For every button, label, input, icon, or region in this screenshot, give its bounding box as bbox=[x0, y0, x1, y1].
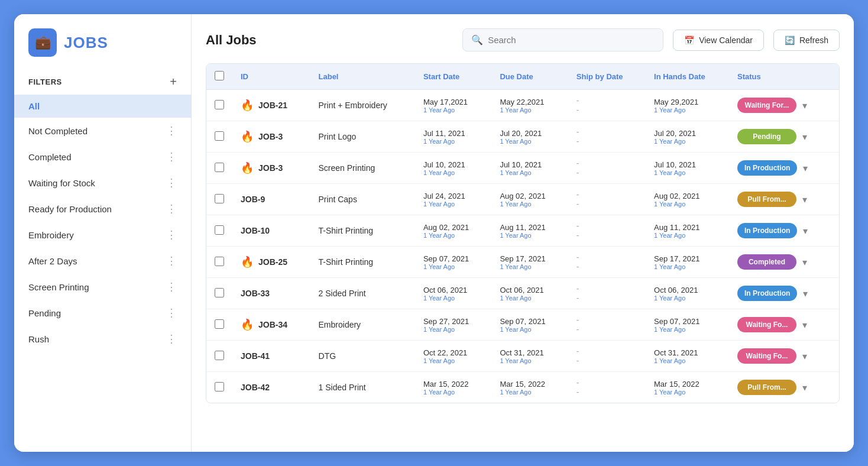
col-due-date: Due Date bbox=[491, 64, 568, 90]
table-row: 🔥 JOB-3 Screen Printing Jul 10, 2021 1 Y… bbox=[206, 153, 839, 184]
row-due-date-cell: Oct 31, 2021 1 Year Ago bbox=[491, 341, 568, 372]
view-calendar-label: View Calendar bbox=[699, 35, 753, 45]
search-input[interactable] bbox=[488, 35, 655, 45]
row-ship-date-cell: - - bbox=[568, 184, 646, 215]
sidebar-item-ready-for-production[interactable]: Ready for Production ⋮ bbox=[14, 196, 191, 222]
row-ship-date-cell: - - bbox=[568, 278, 646, 309]
row-hands-date-cell: May 29,2021 1 Year Ago bbox=[646, 90, 729, 121]
col-checkbox bbox=[206, 64, 232, 90]
table-row: 🔥 JOB-21 Print + Embroidery May 17,2021 … bbox=[206, 90, 839, 121]
status-chevron-button[interactable]: ▾ bbox=[801, 160, 810, 176]
sidebar-item-completed[interactable]: Completed ⋮ bbox=[14, 144, 191, 170]
job-id-label: JOB-10 bbox=[241, 226, 270, 235]
sidebar-item-pending[interactable]: Pending ⋮ bbox=[14, 300, 191, 326]
row-checkbox-3[interactable] bbox=[215, 194, 224, 203]
row-checkbox-8[interactable] bbox=[215, 351, 224, 360]
jobs-table: ID Label Start Date Due Date Ship by Dat… bbox=[206, 64, 839, 403]
status-chevron-button[interactable]: ▾ bbox=[800, 380, 809, 396]
row-hands-date-cell: Sep 07, 2021 1 Year Ago bbox=[646, 309, 729, 341]
row-checkbox-0[interactable] bbox=[215, 100, 224, 109]
row-id-cell: JOB-42 bbox=[232, 372, 310, 403]
row-start-date-cell: Aug 02, 2021 1 Year Ago bbox=[415, 215, 491, 247]
row-id-cell: 🔥 JOB-34 bbox=[232, 309, 310, 341]
status-badge: Waiting Fo... bbox=[737, 348, 796, 364]
sidebar-item-menu-icon[interactable]: ⋮ bbox=[166, 332, 177, 345]
status-chevron-button[interactable]: ▾ bbox=[800, 98, 809, 114]
row-checkbox-2[interactable] bbox=[215, 163, 224, 172]
status-chevron-button[interactable]: ▾ bbox=[801, 223, 810, 239]
row-checkbox-6[interactable] bbox=[215, 288, 224, 297]
status-chevron-button[interactable]: ▾ bbox=[800, 254, 809, 270]
sidebar-item-menu-icon[interactable]: ⋮ bbox=[166, 176, 177, 189]
row-checkbox-4[interactable] bbox=[215, 225, 224, 235]
row-status-cell: Waiting Fo... ▾ bbox=[729, 341, 839, 372]
col-status: Status bbox=[729, 64, 839, 90]
row-id-cell: 🔥 JOB-25 bbox=[232, 247, 310, 278]
status-chevron-button[interactable]: ▾ bbox=[800, 129, 809, 145]
row-checkbox-5[interactable] bbox=[215, 257, 224, 266]
row-start-date-cell: Mar 15, 2022 1 Year Ago bbox=[415, 372, 491, 403]
row-due-date-cell: May 22,2021 1 Year Ago bbox=[491, 90, 568, 121]
sidebar-item-not-completed[interactable]: Not Completed ⋮ bbox=[14, 118, 191, 144]
row-checkbox-cell bbox=[206, 153, 232, 184]
sidebar-item-menu-icon[interactable]: ⋮ bbox=[166, 280, 177, 293]
row-due-date-cell: Aug 11, 2021 1 Year Ago bbox=[491, 215, 568, 247]
filters-label: FILTERS bbox=[28, 77, 62, 86]
hot-icon: 🔥 bbox=[241, 130, 254, 143]
row-checkbox-1[interactable] bbox=[215, 131, 224, 141]
row-start-date-cell: Oct 22, 2021 1 Year Ago bbox=[415, 341, 491, 372]
sidebar-item-label: Not Completed bbox=[28, 126, 88, 136]
search-box[interactable]: 🔍 bbox=[462, 28, 663, 51]
row-label-cell: Print Caps bbox=[310, 184, 415, 215]
row-start-date-cell: Sep 27, 2021 1 Year Ago bbox=[415, 309, 491, 341]
sidebar-item-menu-icon[interactable]: ⋮ bbox=[166, 150, 177, 163]
sidebar-item-menu-icon[interactable]: ⋮ bbox=[166, 202, 177, 215]
hot-icon: 🔥 bbox=[241, 99, 254, 112]
row-due-date-cell: Mar 15, 2022 1 Year Ago bbox=[491, 372, 568, 403]
main-content: All Jobs 🔍 📅 View Calendar 🔄 Refresh bbox=[192, 14, 854, 452]
sidebar-item-rush[interactable]: Rush ⋮ bbox=[14, 326, 191, 352]
sidebar-item-menu-icon[interactable]: ⋮ bbox=[166, 228, 177, 241]
calendar-icon: 📅 bbox=[684, 35, 694, 45]
row-checkbox-cell bbox=[206, 372, 232, 403]
sidebar-item-label: Pending bbox=[28, 308, 61, 318]
select-all-checkbox[interactable] bbox=[215, 71, 224, 80]
row-checkbox-cell bbox=[206, 341, 232, 372]
row-start-date-cell: Jul 24, 2021 1 Year Ago bbox=[415, 184, 491, 215]
job-id-label: JOB-33 bbox=[241, 289, 270, 298]
status-chevron-button[interactable]: ▾ bbox=[800, 317, 809, 333]
row-ship-date-cell: - - bbox=[568, 309, 646, 341]
row-label-cell: Embroidery bbox=[310, 309, 415, 341]
sidebar-item-screen-printing[interactable]: Screen Printing ⋮ bbox=[14, 274, 191, 300]
refresh-button[interactable]: 🔄 Refresh bbox=[773, 30, 840, 51]
sidebar-item-label: Screen Printing bbox=[28, 282, 89, 292]
status-chevron-button[interactable]: ▾ bbox=[801, 286, 810, 302]
row-checkbox-9[interactable] bbox=[215, 382, 224, 391]
row-hands-date-cell: Oct 31, 2021 1 Year Ago bbox=[646, 341, 729, 372]
sidebar-item-after-2-days[interactable]: After 2 Days ⋮ bbox=[14, 248, 191, 274]
table-row: JOB-9 Print Caps Jul 24, 2021 1 Year Ago… bbox=[206, 184, 839, 215]
row-status-cell: Pending ▾ bbox=[729, 121, 839, 153]
status-chevron-button[interactable]: ▾ bbox=[800, 192, 809, 208]
sidebar-item-embroidery[interactable]: Embroidery ⋮ bbox=[14, 222, 191, 248]
sidebar-item-waiting-for-stock[interactable]: Waiting for Stock ⋮ bbox=[14, 170, 191, 196]
sidebar-item-label: Completed bbox=[28, 152, 72, 162]
logo-icon: 💼 bbox=[28, 28, 57, 57]
sidebar-item-menu-icon[interactable]: ⋮ bbox=[166, 124, 177, 137]
sidebar-item-all[interactable]: All bbox=[14, 95, 191, 118]
row-ship-date-cell: - - bbox=[568, 372, 646, 403]
jobs-table-wrapper: ID Label Start Date Due Date Ship by Dat… bbox=[206, 63, 840, 403]
row-due-date-cell: Jul 10, 2021 1 Year Ago bbox=[491, 153, 568, 184]
view-calendar-button[interactable]: 📅 View Calendar bbox=[673, 30, 764, 51]
status-chevron-button[interactable]: ▾ bbox=[800, 348, 809, 364]
status-badge: Completed bbox=[737, 254, 796, 270]
row-checkbox-7[interactable] bbox=[215, 319, 224, 329]
sidebar-item-menu-icon[interactable]: ⋮ bbox=[166, 254, 177, 267]
add-filter-button[interactable]: + bbox=[170, 76, 177, 88]
row-label-cell: 1 Sided Print bbox=[310, 372, 415, 403]
job-id-label: JOB-21 bbox=[258, 101, 287, 110]
sidebar-item-menu-icon[interactable]: ⋮ bbox=[166, 306, 177, 319]
hot-icon: 🔥 bbox=[241, 161, 254, 174]
row-checkbox-cell bbox=[206, 247, 232, 278]
sidebar-item-label: Rush bbox=[28, 334, 49, 344]
